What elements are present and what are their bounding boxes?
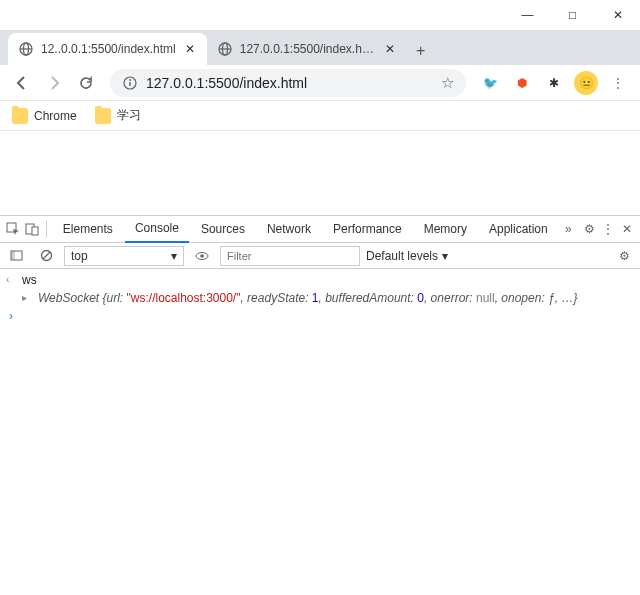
- page-content: [0, 131, 640, 215]
- devtools-tab-elements[interactable]: Elements: [53, 216, 123, 243]
- folder-icon: [12, 108, 28, 124]
- svg-rect-11: [32, 227, 38, 235]
- extensions-puzzle-icon[interactable]: ✱: [540, 69, 568, 97]
- reload-button[interactable]: [72, 69, 100, 97]
- window-titlebar: — □ ✕: [0, 0, 640, 30]
- devtools-close-icon[interactable]: ✕: [619, 217, 636, 241]
- new-tab-button[interactable]: +: [407, 37, 435, 65]
- console-output-row: ▸ WebSocket {url: "ws://localhost:3000/"…: [0, 289, 640, 307]
- settings-gear-icon[interactable]: ⚙: [581, 217, 598, 241]
- bookmark-label: Chrome: [34, 109, 77, 123]
- window-close-button[interactable]: ✕: [595, 0, 640, 30]
- tab-strip: 12..0.0.1:5500/index.html ✕ 127.0.0.1:55…: [0, 30, 640, 65]
- expand-caret-icon[interactable]: ▸: [22, 290, 32, 306]
- minimize-icon: —: [522, 8, 534, 22]
- avatar-emoji: 😐: [579, 76, 594, 90]
- console-filter-input[interactable]: [220, 246, 360, 266]
- execution-context-select[interactable]: top▾: [64, 246, 184, 266]
- console-prompt-row[interactable]: ›: [0, 307, 640, 325]
- output-caret-icon: [6, 290, 16, 306]
- more-tabs-icon[interactable]: »: [560, 217, 577, 241]
- extension-icon[interactable]: 🐦: [476, 69, 504, 97]
- devtools-tab-performance[interactable]: Performance: [323, 216, 412, 243]
- extension-shield-icon[interactable]: ⬢: [508, 69, 536, 97]
- url-input[interactable]: [146, 75, 433, 91]
- star-icon[interactable]: ☆: [441, 74, 454, 92]
- browser-tab-active[interactable]: 12..0.0.1:5500/index.html ✕: [8, 33, 207, 65]
- devtools-tab-memory[interactable]: Memory: [414, 216, 477, 243]
- devtools-tab-console[interactable]: Console: [125, 216, 189, 243]
- prompt-caret-icon: ›: [6, 308, 16, 324]
- tab-title: 12..0.0.1:5500/index.html: [41, 42, 176, 56]
- log-levels-select[interactable]: Default levels▾: [366, 249, 448, 263]
- window-minimize-button[interactable]: —: [505, 0, 550, 30]
- site-info-icon[interactable]: [122, 75, 138, 91]
- console-output[interactable]: ‹ ws ▸ WebSocket {url: "ws://localhost:3…: [0, 269, 640, 595]
- devtools-tab-sources[interactable]: Sources: [191, 216, 255, 243]
- tab-title: 127.0.0.1:5500/index.html: [240, 42, 376, 56]
- maximize-icon: □: [569, 8, 576, 22]
- kebab-menu-icon[interactable]: ⋮: [604, 69, 632, 97]
- console-input-text: ws: [22, 272, 37, 288]
- svg-line-15: [43, 252, 50, 259]
- kebab-menu-icon[interactable]: ⋮: [600, 217, 617, 241]
- console-sidebar-toggle-icon[interactable]: [4, 244, 28, 268]
- tab-close-button[interactable]: ✕: [183, 42, 197, 56]
- bookmark-folder[interactable]: Chrome: [12, 108, 77, 124]
- browser-tab[interactable]: 127.0.0.1:5500/index.html ✕: [207, 33, 407, 65]
- bookmarks-bar: Chrome 学习: [0, 101, 640, 131]
- bookmark-folder[interactable]: 学习: [95, 107, 141, 124]
- svg-point-7: [129, 79, 131, 81]
- divider: [46, 221, 47, 237]
- globe-icon: [217, 41, 233, 57]
- folder-icon: [95, 108, 111, 124]
- input-caret-icon: ‹: [6, 272, 16, 288]
- clear-console-icon[interactable]: [34, 244, 58, 268]
- profile-avatar[interactable]: 😐: [572, 69, 600, 97]
- address-bar[interactable]: ☆: [110, 69, 466, 97]
- devtools-tab-application[interactable]: Application: [479, 216, 558, 243]
- back-button[interactable]: [8, 69, 36, 97]
- globe-icon: [18, 41, 34, 57]
- svg-rect-8: [129, 82, 130, 86]
- inspect-element-icon[interactable]: [4, 217, 21, 241]
- chevron-down-icon: ▾: [171, 249, 177, 263]
- close-icon: ✕: [613, 8, 623, 22]
- devtools-tab-network[interactable]: Network: [257, 216, 321, 243]
- console-toolbar: top▾ Default levels▾ ⚙: [0, 243, 640, 269]
- tab-close-button[interactable]: ✕: [383, 42, 397, 56]
- console-object-text: WebSocket {url: "ws://localhost:3000/", …: [38, 290, 577, 306]
- bookmark-label: 学习: [117, 107, 141, 124]
- device-toggle-icon[interactable]: [23, 217, 40, 241]
- svg-rect-13: [11, 251, 15, 260]
- live-expression-eye-icon[interactable]: [190, 244, 214, 268]
- svg-point-17: [200, 254, 204, 258]
- devtools-panel: Elements Console Sources Network Perform…: [0, 215, 640, 595]
- browser-toolbar: ☆ 🐦 ⬢ ✱ 😐 ⋮: [0, 65, 640, 101]
- forward-button[interactable]: [40, 69, 68, 97]
- settings-gear-icon[interactable]: ⚙: [612, 244, 636, 268]
- chevron-down-icon: ▾: [442, 249, 448, 263]
- devtools-tab-bar: Elements Console Sources Network Perform…: [0, 216, 640, 243]
- window-maximize-button[interactable]: □: [550, 0, 595, 30]
- console-input-row: ‹ ws: [0, 271, 640, 289]
